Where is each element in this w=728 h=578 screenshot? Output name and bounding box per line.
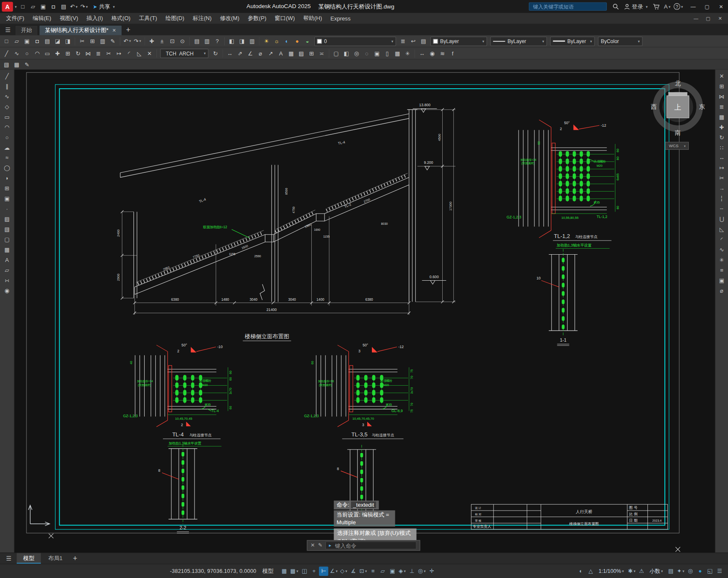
gizmo-toggle[interactable]: ✛ (427, 566, 436, 576)
markup-set-manager-button[interactable]: ▥ (202, 36, 212, 46)
ungroup-button[interactable]: ▯ (382, 48, 392, 58)
arc-tool[interactable]: ◠ (1, 122, 12, 132)
command-bar-close-icon[interactable]: ✕ (310, 543, 315, 549)
snap-mode-toggle[interactable]: ▩ (289, 566, 299, 576)
layout-menu-icon[interactable]: ☰ (2, 553, 16, 564)
plot-preview-button[interactable]: ◪ (52, 36, 63, 46)
3d-object-snap-toggle[interactable]: ◈ (397, 566, 407, 576)
open-button[interactable]: ▱ (12, 36, 22, 46)
doc-restore-button[interactable]: ▢ (702, 16, 714, 21)
polygon-tool[interactable]: ◇ (1, 102, 12, 112)
paste-button[interactable]: ▥ (98, 36, 108, 46)
quick-select-button[interactable]: ▢ (331, 48, 341, 58)
mtext-button[interactable]: A (276, 48, 286, 58)
divide-tool[interactable]: ∺ (1, 276, 12, 286)
menu-item[interactable]: 编辑(E) (29, 13, 55, 23)
transparency-toggle[interactable]: ▱ (378, 566, 387, 576)
hatch-button[interactable]: ▨ (296, 48, 307, 58)
render-button[interactable]: ● (292, 36, 302, 46)
group-button[interactable]: ▣ (372, 48, 382, 58)
drawing-canvas[interactable]: 6380 1480 3040 3040 1400 6380 21400 2400… (15, 70, 715, 552)
circle-button[interactable]: ○ (22, 48, 32, 58)
object-color-dropdown[interactable]: ByLayer (430, 36, 487, 46)
extend-tool[interactable]: → (716, 183, 727, 194)
model-space-button[interactable]: 模型 (262, 567, 273, 575)
open-file-button[interactable]: ▱ (28, 1, 38, 12)
clean-screen-button[interactable]: ◱ (705, 566, 715, 576)
mirror-tool[interactable]: ⋈ (716, 91, 727, 102)
properties-palette-button[interactable]: ◧ (226, 36, 237, 46)
quick-calc-button[interactable]: ≋ (437, 48, 447, 58)
break-tool[interactable]: ╌ (716, 204, 727, 214)
menu-item[interactable]: 窗口(W) (270, 13, 299, 23)
offset-tool[interactable]: ≣ (716, 102, 727, 112)
object-snap-tracking-toggle[interactable]: ∡ (349, 566, 358, 576)
tool-palettes-button[interactable]: ▥ (247, 36, 257, 46)
undo-button[interactable]: ↶ (122, 36, 132, 46)
menu-item[interactable]: 视图(V) (55, 13, 82, 23)
dim-aligned-button[interactable]: ⇗ (235, 48, 245, 58)
menu-item[interactable]: 格式(O) (107, 13, 135, 23)
break-at-point-tool[interactable]: ╎ (716, 194, 727, 204)
notifications-button[interactable]: A (662, 1, 672, 12)
annotation-visibility-toggle[interactable]: ◐ (576, 566, 586, 576)
grid-display-toggle[interactable]: ▦ (279, 566, 289, 576)
linetype-dropdown[interactable]: ByLayer (490, 36, 547, 46)
revision-cloud-tool[interactable]: ☁ (1, 142, 12, 153)
insert-block-tool[interactable]: ⊞ (1, 183, 12, 194)
design-center-button[interactable]: ◨ (237, 36, 247, 46)
command-input-field[interactable]: ▸ (326, 541, 417, 549)
plot-style-dropdown[interactable]: ByColor (598, 36, 643, 46)
sign-in-button[interactable]: 登录 (622, 3, 650, 11)
wipeout-tool[interactable]: ▱ (1, 265, 12, 276)
wcs-dropdown[interactable]: WCS ▾ (665, 142, 688, 149)
trim-tool[interactable]: ✂ (716, 173, 727, 183)
lock-ui-button[interactable]: ✦ (676, 566, 685, 576)
menu-item[interactable]: 修改(M) (216, 13, 244, 23)
publish-button[interactable]: ◨ (63, 36, 73, 46)
save-as-file-button[interactable]: ◘ (32, 36, 42, 46)
multileader-button[interactable]: ↗ (266, 48, 276, 58)
point-tool[interactable]: · (1, 204, 12, 214)
command-bar[interactable]: ✕ ✎ ▸ (307, 540, 421, 551)
search-input[interactable] (532, 3, 604, 10)
ortho-mode-toggle[interactable]: ⊢ (319, 566, 328, 576)
move-button[interactable]: ✚ (52, 48, 63, 58)
new-layout-button[interactable]: + (70, 553, 80, 563)
chamfer-button[interactable]: ◺ (134, 48, 145, 58)
layer-states-button[interactable]: ▤ (418, 36, 429, 46)
app-menu-caret-icon[interactable] (14, 3, 17, 10)
plot-button[interactable]: ▤ (58, 1, 69, 12)
close-button[interactable]: ✕ (714, 0, 728, 13)
multiline-text-tool[interactable]: A (1, 255, 12, 265)
region-tool[interactable]: ▢ (1, 235, 12, 245)
dynamic-input-toggle[interactable]: + (310, 566, 319, 576)
sheet-set-manager-button[interactable]: ▤ (192, 36, 202, 46)
array-tool[interactable]: ▦ (716, 112, 727, 122)
isometric-drafting-toggle[interactable]: ◇ (339, 566, 348, 576)
isolate-objects-button[interactable]: ◎ (686, 566, 695, 576)
copy-clip-button[interactable]: ⊞ (87, 36, 98, 46)
sky-background-button[interactable]: ◐ (282, 36, 292, 46)
selection-filtering-toggle[interactable]: ◎ (417, 566, 426, 576)
circle-tool[interactable]: ○ (1, 132, 12, 142)
stretch-tool[interactable]: ↔ (716, 153, 727, 163)
selection-cycling-toggle[interactable]: ▣ (388, 566, 397, 576)
materials-button[interactable]: ◒ (302, 36, 313, 46)
zoom-window-button[interactable]: ⊡ (167, 36, 177, 46)
edit-xref-button[interactable]: ▩ (12, 59, 22, 70)
quick-properties-toggle[interactable]: ▤ (666, 566, 676, 576)
redo-button[interactable]: ↷ (132, 36, 142, 46)
lineweight-dropdown[interactable]: ByLayer (550, 36, 595, 46)
graphics-performance-toggle[interactable]: ● (696, 566, 705, 576)
layer-dropdown[interactable]: 0 (314, 36, 396, 46)
rectangle-button[interactable]: ▭ (42, 48, 52, 58)
help-button[interactable]: ? (673, 1, 684, 12)
object-snap-toggle[interactable]: ⊡ (359, 566, 368, 576)
layer-previous-button[interactable]: ↩ (408, 36, 418, 46)
menu-item[interactable]: 文件(F) (2, 13, 28, 23)
edit-block-button[interactable]: ▧ (1, 59, 12, 70)
copy-object-button[interactable]: ⊞ (63, 48, 73, 58)
isolate-button[interactable]: ◎ (351, 48, 362, 58)
join-tool[interactable]: ⋃ (716, 214, 727, 224)
